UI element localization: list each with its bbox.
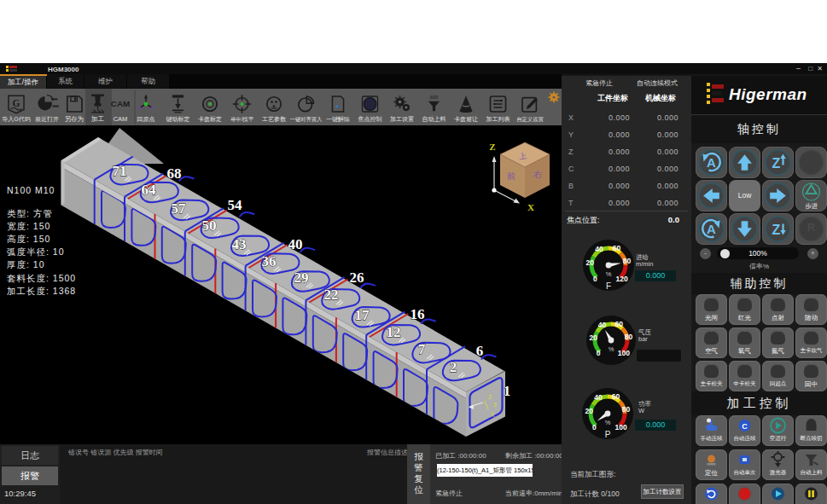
svg-text:17: 17 xyxy=(355,307,370,323)
svg-text:40: 40 xyxy=(598,321,607,329)
svg-text:%: % xyxy=(606,270,612,278)
svg-text:64: 64 xyxy=(142,182,157,198)
svg-text:0: 0 xyxy=(592,423,597,432)
svg-text:40: 40 xyxy=(595,245,603,253)
svg-text:12: 12 xyxy=(387,324,401,340)
svg-text:36: 36 xyxy=(262,253,277,269)
svg-text:右: 右 xyxy=(533,170,542,179)
svg-text:80: 80 xyxy=(625,333,633,341)
svg-text:加工: 加工 xyxy=(90,115,105,123)
svg-text:29: 29 xyxy=(294,269,309,286)
svg-text:G: G xyxy=(13,98,20,108)
svg-text:CAM: CAM xyxy=(111,99,130,108)
svg-text:43: 43 xyxy=(232,236,247,252)
svg-text:Z: Z xyxy=(489,142,495,152)
svg-text:80: 80 xyxy=(623,257,632,265)
svg-text:一键解除: 一键解除 xyxy=(326,116,350,123)
svg-text:工艺参数: 工艺参数 xyxy=(262,116,287,122)
svg-text:另存为: 另存为 xyxy=(65,115,84,123)
svg-text:100: 100 xyxy=(615,423,627,432)
svg-text:60: 60 xyxy=(614,320,623,328)
svg-text:导入G代码: 导入G代码 xyxy=(2,116,30,123)
svg-text:1: 1 xyxy=(504,383,511,399)
svg-text:80: 80 xyxy=(622,405,631,414)
svg-text:0: 0 xyxy=(597,349,601,357)
svg-text:步进: 步进 xyxy=(805,202,818,210)
svg-text:6: 6 xyxy=(476,343,484,359)
svg-text:F: F xyxy=(606,281,611,291)
svg-text:A: A xyxy=(707,222,716,236)
svg-text:高度: 150: 高度: 150 xyxy=(7,234,50,244)
svg-text:寻中/找平: 寻中/找平 xyxy=(230,116,254,122)
svg-text:7: 7 xyxy=(418,341,426,357)
svg-text:Z: Z xyxy=(488,394,492,400)
svg-text:最近打开: 最近打开 xyxy=(35,116,59,123)
svg-text:20: 20 xyxy=(585,407,593,415)
svg-text:加工长度: 1368: 加工长度: 1368 xyxy=(7,286,76,296)
svg-text:26: 26 xyxy=(350,269,364,286)
svg-text:类型: 方管: 类型: 方管 xyxy=(7,208,53,218)
svg-text:22: 22 xyxy=(324,287,339,303)
svg-text:71: 71 xyxy=(113,163,127,179)
svg-text:68: 68 xyxy=(167,165,182,182)
svg-text:卡盘标定: 卡盘标定 xyxy=(198,116,222,123)
svg-text:N100 M10: N100 M10 xyxy=(7,185,55,195)
svg-text:2: 2 xyxy=(450,359,457,375)
svg-text:一键对齐置入: 一键对齐置入 xyxy=(290,116,323,123)
svg-text:40: 40 xyxy=(594,393,603,402)
svg-text:CAM: CAM xyxy=(114,115,128,123)
svg-text:50: 50 xyxy=(202,217,217,234)
svg-text:加工列表: 加工列表 xyxy=(486,116,510,123)
svg-text:卡盘避让: 卡盘避让 xyxy=(454,116,478,123)
svg-text:600: 600 xyxy=(430,95,439,100)
svg-text:自定义设置: 自定义设置 xyxy=(516,116,544,123)
svg-text:X: X xyxy=(491,412,495,418)
svg-text:X: X xyxy=(527,202,534,212)
svg-text:*: * xyxy=(335,103,339,112)
svg-text:3: 3 xyxy=(493,402,497,408)
svg-text:P: P xyxy=(605,430,611,439)
svg-text:弧度半径: 10: 弧度半径: 10 xyxy=(7,246,65,257)
svg-text:C: C xyxy=(742,422,748,431)
svg-text:宽度: 150: 宽度: 150 xyxy=(7,221,50,231)
svg-text:前: 前 xyxy=(507,171,515,181)
svg-text:厚度: 10: 厚度: 10 xyxy=(7,259,45,269)
svg-text:40: 40 xyxy=(288,236,303,252)
svg-text:A: A xyxy=(707,155,716,170)
svg-text:100: 100 xyxy=(618,349,630,357)
svg-text:键动标定: 键动标定 xyxy=(166,116,190,123)
svg-text:54: 54 xyxy=(228,197,243,213)
svg-text:Z: Z xyxy=(772,223,781,237)
svg-text:20: 20 xyxy=(589,333,597,342)
svg-text:自动上料: 自动上料 xyxy=(422,116,446,123)
svg-text:上: 上 xyxy=(518,151,527,160)
svg-text:套料长度: 1500: 套料长度: 1500 xyxy=(7,273,76,283)
svg-text:Z: Z xyxy=(772,156,781,171)
svg-text:焦点控制: 焦点控制 xyxy=(358,116,382,123)
svg-text:20: 20 xyxy=(585,258,594,267)
svg-text:60: 60 xyxy=(613,244,621,252)
svg-text:回原点: 回原点 xyxy=(137,116,155,123)
svg-text:%: % xyxy=(605,419,611,426)
svg-text:60: 60 xyxy=(612,392,620,401)
svg-text:16: 16 xyxy=(411,306,425,322)
svg-text:加工设置: 加工设置 xyxy=(390,116,414,122)
svg-text:120: 120 xyxy=(616,275,628,283)
svg-text:%: % xyxy=(609,345,614,353)
svg-text:0: 0 xyxy=(593,275,597,283)
svg-text:57: 57 xyxy=(172,200,187,217)
